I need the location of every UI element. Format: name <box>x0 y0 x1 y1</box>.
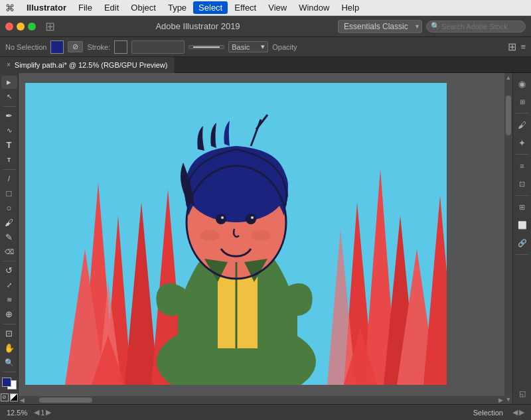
align-panel-icon[interactable]: ≡ <box>514 158 530 174</box>
maximize-button[interactable] <box>28 23 36 31</box>
pencil-tool[interactable]: ✎ <box>1 230 17 244</box>
minimize-button[interactable] <box>17 23 25 31</box>
svg-point-20 <box>216 214 226 224</box>
scroll-thumb-v[interactable] <box>506 96 511 135</box>
menu-select[interactable]: Select <box>193 1 228 14</box>
color-mode-row: ⊘ <box>1 393 18 401</box>
color-swatches <box>1 376 18 391</box>
menu-effect[interactable]: Effect <box>229 1 262 14</box>
active-tab[interactable]: × Simplify path.ai* @ 12.5% (RGB/GPU Pre… <box>0 57 175 73</box>
select-tool[interactable]: ▸ <box>1 76 17 89</box>
menu-object[interactable]: Object <box>125 1 161 14</box>
horizontal-scrollbar[interactable]: ◀ ▶ <box>19 396 504 404</box>
type-tool[interactable]: T <box>1 139 17 152</box>
workspace-selector-wrapper: Essentials Classic ▾ <box>338 20 422 33</box>
svg-point-23 <box>251 216 254 219</box>
scale-tool[interactable]: ⤢ <box>1 279 17 292</box>
canvas-area[interactable]: ▲ ▼ ◀ ▶ <box>19 73 512 404</box>
foreground-color-swatch[interactable] <box>2 378 11 387</box>
fill-swatch[interactable] <box>50 40 64 54</box>
line-tool[interactable]: / <box>1 172 17 185</box>
panel-divider-4 <box>516 254 529 255</box>
type-icon: T <box>7 140 12 150</box>
next-artboard-button[interactable]: ▶ <box>46 408 51 417</box>
no-color-icon[interactable]: ⊘ <box>1 393 9 401</box>
svg-point-24 <box>200 230 220 241</box>
gradient-icon[interactable] <box>10 393 18 401</box>
search-input[interactable] <box>426 21 526 33</box>
warp-tool[interactable]: ≋ <box>1 293 17 307</box>
shape-builder-icon: ⊕ <box>5 309 13 319</box>
shape-builder-tool[interactable]: ⊕ <box>1 308 17 321</box>
transform-icon[interactable]: ≡ <box>520 42 526 52</box>
rotate-tool[interactable]: ↺ <box>1 264 17 277</box>
brush-selector[interactable]: Basic ▾ <box>228 41 268 52</box>
menu-view[interactable]: View <box>263 1 292 14</box>
color-guide-icon[interactable]: ⊞ <box>514 94 530 109</box>
status-arrows: ◀ ▶ <box>512 408 524 417</box>
warp-icon: ≋ <box>7 296 12 303</box>
artboards-panel-icon[interactable]: ⬜ <box>514 217 530 233</box>
select-icon: ▸ <box>7 77 11 87</box>
close-button[interactable] <box>5 23 13 31</box>
symbol-panel-icon[interactable]: ✦ <box>514 135 530 151</box>
properties-panel-icon[interactable]: ◱ <box>514 385 530 401</box>
options-bar: No Selection ⊘ Stroke: Basic ▾ Opacity ⊞… <box>0 37 531 57</box>
artboard <box>25 83 447 385</box>
menu-type[interactable]: Type <box>163 1 192 14</box>
menu-illustrator[interactable]: Illustrator <box>21 1 72 14</box>
artboard-tool[interactable]: ⊡ <box>1 327 17 340</box>
scroll-right-button[interactable]: ▶ <box>497 395 504 404</box>
brush-panel-icon[interactable]: 🖌 <box>514 117 530 133</box>
hand-tool[interactable]: ✋ <box>1 342 17 355</box>
direct-select-icon: ↖ <box>7 93 12 100</box>
hand-icon: ✋ <box>4 343 15 353</box>
status-left-arrow[interactable]: ◀ <box>512 408 518 417</box>
touch-type-icon: T <box>7 157 11 163</box>
touch-type-tool[interactable]: T <box>1 153 17 167</box>
panel-divider-1 <box>516 113 529 113</box>
ellipse-tool[interactable]: ○ <box>1 201 17 214</box>
scroll-thumb-h[interactable] <box>39 397 92 403</box>
status-right-arrow[interactable]: ▶ <box>519 408 524 417</box>
traffic-lights <box>5 23 36 31</box>
curvature-tool[interactable]: ∿ <box>1 124 17 137</box>
paintbrush-tool[interactable]: 🖌 <box>1 216 17 229</box>
tool-divider-1 <box>3 106 16 107</box>
svg-point-21 <box>246 214 256 224</box>
vertical-scrollbar[interactable]: ▲ ▼ <box>504 73 512 404</box>
sidebar-toggle-icon[interactable]: ⊞ <box>45 19 55 34</box>
align-icon[interactable]: ⊞ <box>508 40 516 53</box>
apple-menu[interactable]: ⌘ <box>5 3 15 13</box>
scroll-down-button[interactable]: ▼ <box>504 395 512 404</box>
fill-indicator[interactable]: ⊘ <box>68 41 83 52</box>
menu-edit[interactable]: Edit <box>99 1 124 14</box>
direct-select-tool[interactable]: ↖ <box>1 90 17 104</box>
tab-close-button[interactable]: × <box>7 61 11 68</box>
color-wheel-icon[interactable]: ◉ <box>514 76 530 92</box>
menu-file[interactable]: File <box>73 1 98 14</box>
pen-tool[interactable]: ✒ <box>1 109 17 123</box>
paintbrush-icon: 🖌 <box>5 218 13 228</box>
menu-window[interactable]: Window <box>293 1 335 14</box>
transform-panel-icon[interactable]: ⊡ <box>514 176 530 192</box>
stroke-style-selector[interactable] <box>189 45 224 49</box>
stroke-swatch[interactable] <box>114 40 127 54</box>
layers-panel-icon[interactable]: ⊞ <box>514 199 530 215</box>
stroke-field[interactable] <box>131 40 185 54</box>
tab-bar: × Simplify path.ai* @ 12.5% (RGB/GPU Pre… <box>0 57 531 73</box>
svg-point-25 <box>251 230 271 241</box>
scroll-left-button[interactable]: ◀ <box>19 395 26 404</box>
tab-title: Simplify path.ai* @ 12.5% (RGB/GPU Previ… <box>15 61 168 69</box>
scroll-up-button[interactable]: ▲ <box>504 73 512 82</box>
workspace-selector[interactable]: Essentials Classic <box>338 20 422 33</box>
links-panel-icon[interactable]: 🔗 <box>514 235 530 251</box>
zoom-tool[interactable]: 🔍 <box>1 356 17 369</box>
menu-help[interactable]: Help <box>336 1 364 14</box>
prev-artboard-button[interactable]: ◀ <box>34 408 39 417</box>
ellipse-icon: ○ <box>7 203 12 213</box>
right-panel: ◉ ⊞ 🖌 ✦ ≡ ⊡ ⊞ ⬜ 🔗 ◱ <box>512 73 531 404</box>
rect-tool[interactable]: □ <box>1 186 17 200</box>
eraser-tool[interactable]: ⌫ <box>1 245 17 258</box>
tool-divider-5 <box>3 372 16 372</box>
